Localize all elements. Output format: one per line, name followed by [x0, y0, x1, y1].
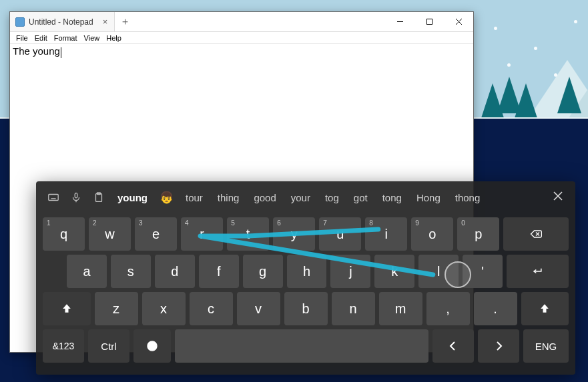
svg-point-20 — [154, 344, 154, 345]
key-shift-left[interactable] — [43, 292, 91, 325]
svg-rect-12 — [75, 193, 77, 198]
key-enter[interactable] — [507, 255, 569, 288]
key-comma[interactable]: , — [426, 292, 470, 325]
suggestion-item[interactable]: tour — [183, 191, 206, 205]
touch-indicator — [445, 261, 471, 288]
close-window-button[interactable] — [444, 12, 473, 31]
editor-textarea[interactable]: The young — [10, 44, 473, 59]
menu-bar: File Edit Format View Help — [10, 32, 473, 44]
editor-text: The young — [13, 45, 60, 57]
maximize-button[interactable] — [414, 12, 444, 31]
suggestion-item[interactable]: got — [351, 191, 370, 205]
key-x[interactable]: x — [142, 292, 186, 325]
key-i[interactable]: 8i — [365, 217, 407, 251]
new-tab-button[interactable]: ＋ — [115, 12, 135, 31]
key-a[interactable]: a — [67, 255, 107, 288]
key-shift-right[interactable] — [521, 292, 569, 325]
key-f[interactable]: f — [199, 255, 239, 288]
key-arrow-right[interactable] — [478, 329, 519, 363]
minimize-button[interactable] — [385, 12, 414, 31]
key-arrow-left[interactable] — [432, 329, 474, 363]
key-y[interactable]: 6y — [273, 217, 315, 251]
tab-close-button[interactable]: × — [103, 17, 108, 27]
suggestion-item[interactable]: Hong — [414, 191, 443, 205]
menu-view[interactable]: View — [81, 33, 103, 43]
svg-rect-6 — [49, 195, 58, 201]
title-bar[interactable]: Untitled - Notepad × ＋ — [10, 12, 473, 32]
key-h[interactable]: h — [287, 255, 327, 288]
keyboard-bottom-row: &123 Ctrl ENG — [43, 329, 569, 363]
text-caret — [61, 47, 61, 58]
tab-untitled[interactable]: Untitled - Notepad × — [10, 12, 115, 31]
key-s[interactable]: s — [111, 255, 151, 288]
key-o[interactable]: 9o — [411, 217, 453, 251]
notepad-icon — [15, 17, 25, 27]
key-e[interactable]: 3e — [135, 217, 177, 251]
suggestion-primary[interactable]: young — [115, 191, 150, 205]
key-j[interactable]: j — [330, 255, 370, 288]
suggestion-emoji[interactable]: 👦 — [160, 191, 174, 205]
key-g[interactable]: g — [243, 255, 283, 288]
key-b[interactable]: b — [284, 292, 328, 325]
key-t[interactable]: 5t — [227, 217, 269, 251]
key-r[interactable]: 4r — [181, 217, 223, 251]
key-language[interactable]: ENG — [523, 329, 569, 363]
key-v[interactable]: v — [237, 292, 280, 325]
touch-keyboard: young 👦 tour thing good your tog got ton… — [36, 181, 575, 375]
svg-rect-1 — [426, 19, 432, 25]
svg-point-18 — [148, 341, 157, 351]
key-ctrl[interactable]: Ctrl — [88, 329, 129, 363]
key-p[interactable]: 0p — [457, 217, 499, 251]
key-symbols[interactable]: &123 — [43, 329, 84, 363]
suggestion-item[interactable]: thong — [453, 191, 483, 205]
key-k[interactable]: k — [374, 255, 414, 288]
key-m[interactable]: m — [379, 292, 422, 325]
suggestion-item[interactable]: thing — [215, 191, 242, 205]
key-space[interactable] — [175, 329, 428, 363]
key-w[interactable]: 2w — [89, 217, 131, 251]
tab-title: Untitled - Notepad — [29, 17, 93, 27]
key-emoji[interactable] — [133, 329, 171, 363]
microphone-icon[interactable] — [69, 191, 83, 204]
key-u[interactable]: 7u — [319, 217, 361, 251]
key-c[interactable]: c — [190, 292, 233, 325]
menu-help[interactable]: Help — [103, 33, 125, 43]
menu-format[interactable]: Format — [51, 33, 81, 43]
key-n[interactable]: n — [332, 292, 375, 325]
clipboard-icon[interactable] — [92, 191, 105, 204]
suggestion-item[interactable]: tong — [380, 191, 404, 205]
suggestion-item[interactable]: good — [251, 191, 278, 205]
key-z[interactable]: z — [95, 292, 138, 325]
suggestion-item[interactable]: your — [288, 191, 313, 205]
suggestion-bar: young 👦 tour thing good your tog got ton… — [43, 181, 569, 213]
keyboard-layout-icon[interactable] — [47, 191, 60, 204]
key-q[interactable]: 1q — [43, 217, 85, 251]
key-d[interactable]: d — [155, 255, 195, 288]
suggestion-item[interactable]: tog — [322, 191, 342, 205]
menu-edit[interactable]: Edit — [31, 33, 51, 43]
menu-file[interactable]: File — [13, 33, 31, 43]
key-backspace[interactable] — [503, 217, 569, 251]
keyboard-close-button[interactable] — [553, 191, 566, 204]
svg-point-19 — [150, 344, 151, 345]
key-period[interactable]: . — [474, 292, 517, 325]
svg-rect-14 — [96, 194, 102, 202]
